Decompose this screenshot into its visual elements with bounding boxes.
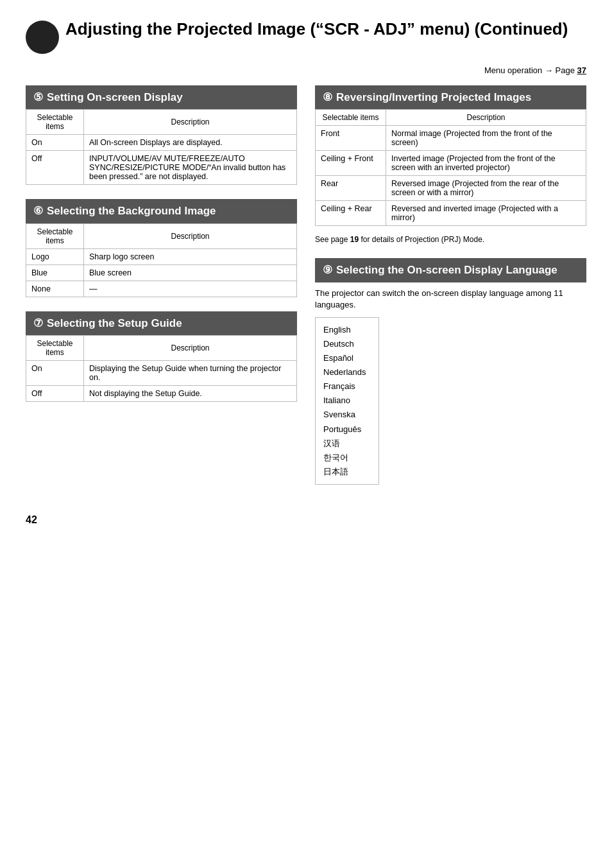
s4-col-description: Description: [84, 110, 297, 135]
language-item: Español: [323, 351, 371, 365]
section-8-body: The projector can switch the on-screen d…: [315, 288, 586, 311]
section-4-number: ⑤: [33, 91, 43, 104]
s7-col-selectable: Selectable items: [316, 110, 386, 126]
language-item: Português: [323, 422, 371, 437]
section-8-title: Selecting the On-screen Display Language: [336, 263, 557, 277]
language-item: Italiano: [323, 394, 371, 408]
row-item: Ceiling + Rear: [316, 201, 386, 226]
s5-col-selectable: Selectable items: [26, 223, 84, 248]
row-desc: Sharp logo screen: [84, 248, 297, 265]
section-4: ⑤ Setting On-screen Display Selectable i…: [26, 85, 297, 185]
table-row: OffNot displaying the Setup Guide.: [26, 385, 297, 401]
menu-operation: Menu operation → Page 37: [26, 65, 586, 75]
row-item: Front: [316, 126, 386, 151]
section-5: ⑥ Selecting the Background Image Selecta…: [26, 199, 297, 297]
section-8-number: ⑨: [323, 263, 332, 277]
see-page-rest: for details of Projection (PRJ) Mode.: [359, 235, 484, 244]
table-row: Ceiling + FrontInverted image (Projected…: [316, 151, 586, 176]
table-row: FrontNormal image (Projected from the fr…: [316, 126, 586, 151]
language-item: Français: [323, 379, 371, 394]
row-desc: Reversed image (Projected from the rear …: [386, 176, 586, 201]
section-5-title: Selecting the Background Image: [47, 204, 216, 218]
section-6-table: Selectable items Description OnDisplayin…: [26, 335, 297, 402]
s4-col-selectable: Selectable items: [26, 110, 84, 135]
section-4-heading: ⑤ Setting On-screen Display: [26, 85, 297, 109]
table-row: OnDisplaying the Setup Guide when turnin…: [26, 360, 297, 385]
table-row: Ceiling + RearReversed and inverted imag…: [316, 201, 586, 226]
table-row: LogoSharp logo screen: [26, 248, 297, 265]
s7-col-description: Description: [386, 110, 586, 126]
right-column: ⑧ Reversing/Inverting Projected Images S…: [315, 85, 586, 499]
language-item: Nederlands: [323, 365, 371, 379]
row-desc: INPUT/VOLUME/AV MUTE/FREEZE/AUTO SYNC/RE…: [84, 151, 297, 185]
language-item: 汉语: [323, 437, 371, 451]
table-row: RearReversed image (Projected from the r…: [316, 176, 586, 201]
page-number: 42: [26, 514, 586, 526]
row-item: Logo: [26, 248, 84, 265]
row-desc: Blue screen: [84, 265, 297, 281]
row-item: Off: [26, 151, 84, 185]
language-box: EnglishDeutschEspañolNederlandsFrançaisI…: [315, 317, 379, 485]
row-item: On: [26, 360, 84, 385]
main-content: ⑤ Setting On-screen Display Selectable i…: [26, 85, 586, 499]
see-page-number: 19: [350, 235, 359, 244]
language-item: Deutsch: [323, 337, 371, 351]
section-6-title: Selecting the Setup Guide: [47, 317, 182, 330]
section-7-number: ⑧: [323, 91, 332, 104]
section-6-heading: ⑦ Selecting the Setup Guide: [26, 311, 297, 335]
row-desc: Reversed and inverted image (Projected w…: [386, 201, 586, 226]
section-4-table: Selectable items Description OnAll On-sc…: [26, 109, 297, 185]
row-desc: Not displaying the Setup Guide.: [84, 385, 297, 401]
language-item: 日本語: [323, 465, 371, 479]
menu-operation-text: Menu operation: [484, 65, 542, 75]
page-header: Adjusting the Projected Image (“SCR - AD…: [26, 19, 586, 54]
page-title: Adjusting the Projected Image (“SCR - AD…: [65, 19, 586, 39]
row-item: Blue: [26, 265, 84, 281]
table-row: None—: [26, 281, 297, 297]
s6-col-description: Description: [84, 335, 297, 360]
row-desc: All On-screen Displays are displayed.: [84, 135, 297, 151]
row-item: Off: [26, 385, 84, 401]
left-column: ⑤ Setting On-screen Display Selectable i…: [26, 85, 297, 499]
s6-col-selectable: Selectable items: [26, 335, 84, 360]
language-item: 한국어: [323, 451, 371, 465]
row-desc: Displaying the Setup Guide when turning …: [84, 360, 297, 385]
table-row: OnAll On-screen Displays are displayed.: [26, 135, 297, 151]
row-item: None: [26, 281, 84, 297]
section-7: ⑧ Reversing/Inverting Projected Images S…: [315, 85, 586, 244]
see-page-text: See page: [315, 235, 350, 244]
row-item: Rear: [316, 176, 386, 201]
row-item: On: [26, 135, 84, 151]
row-desc: —: [84, 281, 297, 297]
table-row: OffINPUT/VOLUME/AV MUTE/FREEZE/AUTO SYNC…: [26, 151, 297, 185]
section-7-table: Selectable items Description FrontNormal…: [315, 109, 586, 226]
section-7-heading: ⑧ Reversing/Inverting Projected Images: [315, 85, 586, 109]
section-8-heading: ⑨ Selecting the On-screen Display Langua…: [315, 258, 586, 282]
menu-operation-label: Page: [556, 65, 575, 75]
section-5-heading: ⑥ Selecting the Background Image: [26, 199, 297, 223]
section-6: ⑦ Selecting the Setup Guide Selectable i…: [26, 311, 297, 402]
table-row: BlueBlue screen: [26, 265, 297, 281]
section-8: ⑨ Selecting the On-screen Display Langua…: [315, 258, 586, 485]
language-item: Svenska: [323, 408, 371, 422]
row-desc: Inverted image (Projected from the front…: [386, 151, 586, 176]
row-item: Ceiling + Front: [316, 151, 386, 176]
menu-operation-arrow: →: [545, 65, 553, 75]
section-4-title: Setting On-screen Display: [47, 91, 183, 104]
s5-col-description: Description: [84, 223, 297, 248]
section-7-title: Reversing/Inverting Projected Images: [336, 91, 531, 104]
section-6-number: ⑦: [33, 317, 43, 330]
section-5-table: Selectable items Description LogoSharp l…: [26, 223, 297, 297]
row-desc: Normal image (Projected from the front o…: [386, 126, 586, 151]
menu-operation-page: 37: [577, 65, 586, 75]
see-page-note: See page 19 for details of Projection (P…: [315, 235, 586, 244]
section-5-number: ⑥: [33, 204, 43, 218]
language-item: English: [323, 323, 371, 337]
header-circle-icon: [26, 21, 59, 54]
